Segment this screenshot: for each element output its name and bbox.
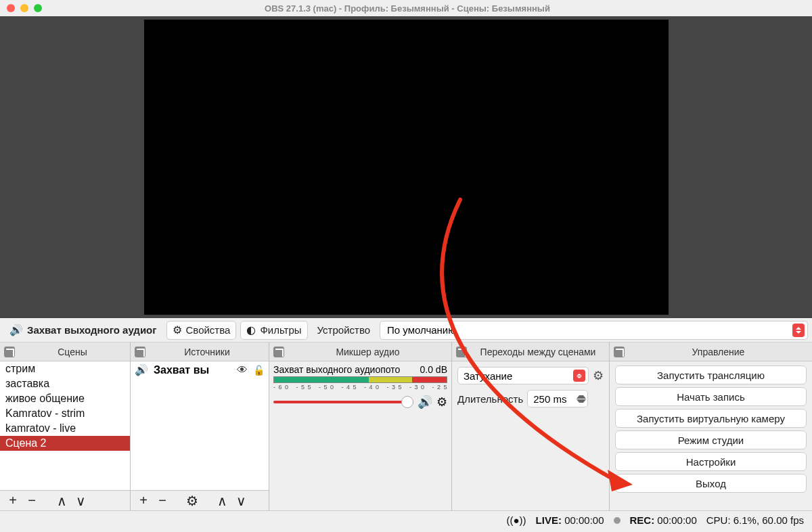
add-source-button[interactable]: + <box>135 493 152 509</box>
settings-button[interactable]: Настройки <box>615 452 807 471</box>
popout-icon[interactable] <box>273 347 284 357</box>
transitions-title: Переходы между сценами <box>471 347 605 357</box>
scene-item[interactable]: живое общение <box>0 391 130 406</box>
rec-time: 00:00:00 <box>657 514 696 526</box>
transition-type-select[interactable]: Затухание <box>457 367 589 384</box>
live-time: 00:00:00 <box>564 514 604 526</box>
live-label: LIVE: <box>536 514 562 526</box>
duration-spinner[interactable]: 250 ms <box>527 390 588 407</box>
properties-button[interactable]: ⚙ Свойства <box>166 321 237 340</box>
add-scene-button[interactable]: + <box>4 493 22 509</box>
transition-settings-button[interactable]: ⚙ <box>593 368 604 383</box>
device-label-wrap: Устройство <box>312 321 376 340</box>
dropdown-stepper-icon <box>573 370 585 382</box>
mixer-level: 0.0 dB <box>420 364 447 375</box>
mixer-body: Захват выходного аудиопото 0.0 dB -60 -5… <box>269 361 451 510</box>
exit-button[interactable]: Выход <box>615 474 807 493</box>
remove-source-button[interactable]: − <box>154 493 171 509</box>
popout-icon[interactable] <box>4 347 15 357</box>
preview-area <box>0 16 812 318</box>
source-settings-button[interactable]: ⚙ <box>183 493 201 509</box>
controls-body: Запустить трансляцию Начать запись Запус… <box>610 361 812 510</box>
window-titlebar: OBS 27.1.3 (mac) - Профиль: Безымянный -… <box>0 0 812 16</box>
sources-panel: Источники 🔊 Захват вы 👁 🔓 + − ⚙ ∧ ∨ <box>131 342 269 510</box>
popout-icon[interactable] <box>456 347 467 357</box>
popout-icon[interactable] <box>135 347 145 357</box>
sources-title: Источники <box>150 347 265 357</box>
status-bar: ((●)) LIVE: 00:00:00 REC: 00:00:00 CPU: … <box>0 510 812 529</box>
device-select-value: По умолчанию <box>387 324 455 336</box>
scene-item-selected[interactable]: Сцена 2 <box>0 436 130 451</box>
start-record-button[interactable]: Начать запись <box>615 387 807 406</box>
rec-label: REC: <box>630 514 655 526</box>
meter-ticks: -60 -55 -50 -45 -40 -35 -30 -25 -20 -15 … <box>273 384 447 391</box>
audio-mixer-panel: Микшер аудио Захват выходного аудиопото … <box>269 342 452 510</box>
scenes-title: Сцены <box>19 347 126 357</box>
virtual-camera-button[interactable]: Запустить виртуальную камеру <box>615 409 807 428</box>
source-item[interactable]: 🔊 Захват вы 👁 🔓 <box>131 361 269 378</box>
scene-item[interactable]: Kamratov - strim <box>0 406 130 421</box>
capture-source-label: Захват выходного аудиог <box>27 324 157 336</box>
source-name: Захват вы <box>154 364 231 376</box>
window-title: OBS 27.1.3 (mac) - Профиль: Безымянный -… <box>9 3 805 14</box>
rec-indicator-icon <box>614 517 621 524</box>
gear-icon: ⚙ <box>173 324 182 336</box>
device-label: Устройство <box>317 324 370 336</box>
scenes-panel: Сцены стрим заставка живое общение Kamra… <box>0 342 131 510</box>
volume-slider[interactable] <box>273 401 413 403</box>
broadcast-icon: ((●)) <box>507 514 526 526</box>
spinner-arrows-icon <box>577 395 586 403</box>
lock-icon[interactable]: 🔓 <box>253 365 265 376</box>
speaker-icon: 🔊 <box>9 324 23 336</box>
speaker-icon[interactable]: 🔊 <box>418 395 432 409</box>
transition-type-value: Затухание <box>464 370 512 382</box>
slider-thumb[interactable] <box>401 396 413 408</box>
source-toolbar: 🔊 Захват выходного аудиог ⚙ Свойства ◐ Ф… <box>0 318 812 342</box>
scene-item[interactable]: стрим <box>0 361 130 376</box>
sources-list: 🔊 Захват вы 👁 🔓 <box>131 361 269 490</box>
scene-item[interactable]: kamratov - live <box>0 421 130 436</box>
transitions-panel: Переходы между сценами Затухание ⚙ Длите… <box>452 342 610 510</box>
controls-title: Управление <box>629 347 808 357</box>
scene-up-button[interactable]: ∧ <box>53 493 70 509</box>
duration-value: 250 ms <box>533 393 566 405</box>
scene-item[interactable]: заставка <box>0 376 130 391</box>
visibility-icon[interactable]: 👁 <box>237 364 248 376</box>
device-select[interactable]: По умолчанию <box>380 321 808 340</box>
transitions-body: Затухание ⚙ Длительность 250 ms <box>452 361 609 510</box>
audio-meter <box>273 376 447 383</box>
mixer-channel-name: Захват выходного аудиопото <box>273 364 420 375</box>
filters-button[interactable]: ◐ Фильтры <box>240 321 307 340</box>
speaker-icon: 🔊 <box>135 363 148 376</box>
start-stream-button[interactable]: Запустить трансляцию <box>615 365 807 384</box>
controls-panel: Управление Запустить трансляцию Начать з… <box>610 342 812 510</box>
preview-canvas[interactable] <box>144 20 669 315</box>
cpu-status: CPU: 6.1%, 60.00 fps <box>706 514 804 526</box>
filters-icon: ◐ <box>246 324 256 336</box>
popout-icon[interactable] <box>614 347 625 357</box>
duration-label: Длительность <box>457 393 523 405</box>
source-down-button[interactable]: ∨ <box>232 493 250 509</box>
scenes-list: стрим заставка живое общение Kamratov - … <box>0 361 130 490</box>
dock-row: Сцены стрим заставка живое общение Kamra… <box>0 342 812 510</box>
scene-down-button[interactable]: ∨ <box>72 493 89 509</box>
capture-source-indicator: 🔊 Захват выходного аудиог <box>4 321 162 340</box>
mixer-title: Микшер аудио <box>288 347 447 357</box>
source-up-button[interactable]: ∧ <box>213 493 231 509</box>
studio-mode-button[interactable]: Режим студии <box>615 430 807 449</box>
dropdown-stepper-icon <box>792 324 805 337</box>
gear-icon[interactable]: ⚙ <box>436 395 447 409</box>
remove-scene-button[interactable]: − <box>23 493 41 509</box>
